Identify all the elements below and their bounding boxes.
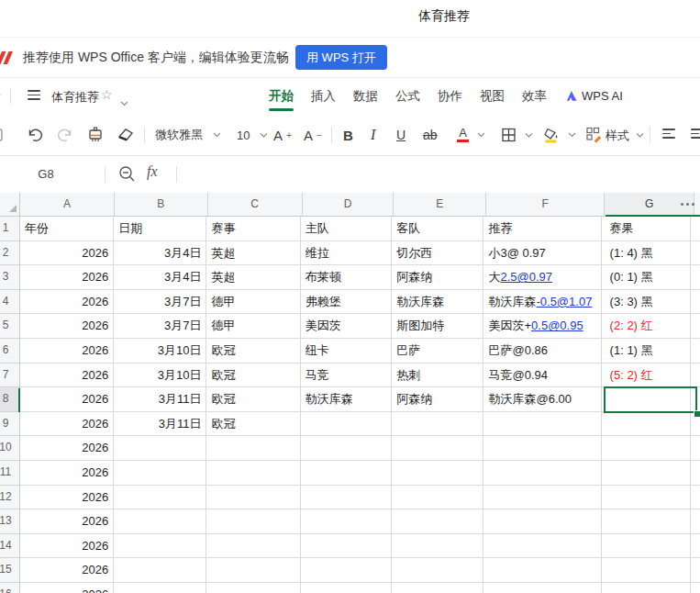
tab-效率[interactable]: 效率 (522, 78, 547, 114)
cell-D16[interactable] (301, 583, 392, 593)
cell-G13[interactable] (602, 509, 691, 534)
cell-E16[interactable] (392, 583, 483, 593)
cell-F16[interactable] (483, 583, 601, 593)
cell-D3[interactable]: 布莱顿 (301, 265, 392, 290)
cell-A11[interactable]: 2026 (20, 461, 114, 486)
open-in-wps-button[interactable]: 用 WPS 打开 (295, 45, 387, 70)
row-header-8[interactable]: 8 (0, 387, 20, 412)
cell-B4[interactable]: 3月7日 (114, 290, 206, 315)
cell-F1[interactable]: 推荐 (483, 217, 601, 241)
row-header-1[interactable]: 1 (0, 217, 20, 241)
cell-G4[interactable]: (3: 3) 黑 (602, 290, 691, 315)
cell-B15[interactable] (114, 558, 206, 583)
insert-function-icon[interactable]: fx (147, 163, 158, 180)
cell-C12[interactable] (206, 486, 300, 510)
row-header-11[interactable]: 11 (0, 461, 20, 486)
cell-D13[interactable] (301, 509, 392, 534)
cell-G9[interactable] (602, 412, 691, 437)
row-header-2[interactable]: 2 (0, 241, 20, 266)
cell-C7[interactable]: 欧冠 (206, 364, 300, 388)
align-left-button[interactable] (662, 129, 675, 141)
cell-E13[interactable] (392, 509, 483, 534)
cell-F2[interactable]: 小3@ 0.97 (483, 241, 601, 266)
cell-A7[interactable]: 2026 (20, 364, 114, 388)
bold-button[interactable]: B (343, 128, 353, 143)
font-size-select[interactable]: 10 (237, 129, 268, 142)
tip-link[interactable]: 0.5@0.95 (531, 319, 583, 332)
cell-C14[interactable] (206, 534, 300, 559)
cell-C8[interactable]: 欧冠 (206, 387, 300, 412)
clipped-toolbar-icon[interactable] (0, 127, 4, 143)
cell-C10[interactable] (206, 436, 300, 461)
fill-handle[interactable] (694, 410, 700, 418)
cell-C11[interactable] (206, 461, 300, 486)
row-header-14[interactable]: 14 (0, 534, 20, 559)
cell-F15[interactable] (483, 558, 601, 583)
cell-B16[interactable] (114, 583, 206, 593)
font-color-button[interactable]: A (457, 128, 485, 142)
row-header-3[interactable]: 3 (0, 265, 20, 290)
cell-A13[interactable]: 2026 (20, 509, 114, 534)
cell-D11[interactable] (301, 461, 392, 486)
row-header-10[interactable]: 10 (0, 436, 20, 461)
cell-F3[interactable]: 大2.5@0.97 (483, 265, 601, 290)
cell-F8[interactable]: 勒沃库森@6.00 (483, 387, 601, 412)
cell-D1[interactable]: 主队 (301, 217, 392, 241)
cell-E11[interactable] (392, 461, 483, 486)
column-header-C[interactable]: C (208, 193, 303, 217)
underline-button[interactable]: U (396, 128, 406, 142)
row-header-4[interactable]: 4 (0, 290, 20, 315)
tab-视图[interactable]: 视图 (480, 78, 505, 114)
cell-A5[interactable]: 2026 (20, 314, 114, 339)
cell-E12[interactable] (392, 486, 483, 510)
cell-C3[interactable]: 英超 (206, 265, 300, 290)
formula-input[interactable] (188, 156, 700, 193)
cell-G1[interactable]: 赛果 (602, 217, 691, 241)
cell-G10[interactable] (602, 436, 691, 461)
cell-G7[interactable]: (5: 2) 红 (602, 364, 691, 388)
cell-F13[interactable] (483, 509, 601, 534)
row-header-6[interactable]: 6 (0, 339, 20, 364)
decrease-font-button[interactable]: A− (304, 128, 322, 143)
cell-F14[interactable] (483, 534, 601, 559)
cell-B2[interactable]: 3月4日 (114, 241, 206, 266)
align-center-button[interactable] (691, 129, 700, 141)
tab-公式[interactable]: 公式 (395, 78, 420, 114)
cell-E6[interactable]: 巴萨 (392, 339, 483, 364)
cell-B9[interactable]: 3月11日 (114, 412, 206, 437)
doc-menu-chevron-icon[interactable] (120, 94, 128, 110)
tab-数据[interactable]: 数据 (353, 78, 378, 114)
cell-F10[interactable] (483, 436, 601, 461)
cell-C15[interactable] (206, 558, 300, 583)
cell-A10[interactable]: 2026 (20, 436, 114, 461)
cell-B10[interactable] (114, 436, 206, 461)
cell-D10[interactable] (301, 436, 392, 461)
cell-F9[interactable] (483, 412, 601, 437)
cell-D9[interactable] (301, 412, 392, 437)
cell-G16[interactable] (602, 583, 691, 593)
main-menu-icon[interactable] (28, 90, 40, 101)
cell-A1[interactable]: 年份 (20, 217, 114, 241)
cell-D7[interactable]: 马竞 (301, 364, 392, 388)
fill-color-button[interactable] (543, 127, 576, 143)
row-header-16[interactable]: 16 (0, 583, 20, 593)
column-header-B[interactable]: B (115, 193, 208, 217)
select-all-corner[interactable] (0, 193, 20, 217)
cell-E9[interactable] (392, 412, 483, 437)
cell-C2[interactable]: 英超 (206, 241, 300, 266)
cell-B6[interactable]: 3月10日 (114, 339, 206, 364)
cell-E7[interactable]: 热刺 (392, 364, 483, 388)
row-header-7[interactable]: 7 (0, 364, 20, 388)
cell-E2[interactable]: 切尔西 (392, 241, 483, 266)
name-box[interactable]: G8 (0, 156, 92, 193)
new-tab-plus-icon[interactable]: + (0, 86, 1, 105)
cell-A16[interactable]: 2026 (20, 583, 114, 593)
row-header-12[interactable]: 12 (0, 486, 20, 510)
tip-link[interactable]: 2.5@0.97 (500, 270, 552, 284)
cell-A15[interactable]: 2026 (20, 558, 114, 583)
cell-F12[interactable] (483, 486, 601, 510)
cell-B8[interactable]: 3月11日 (114, 387, 206, 412)
cell-G15[interactable] (602, 558, 691, 583)
tip-link[interactable]: -0.5@1.07 (536, 295, 592, 308)
more-columns-button[interactable] (681, 203, 694, 206)
